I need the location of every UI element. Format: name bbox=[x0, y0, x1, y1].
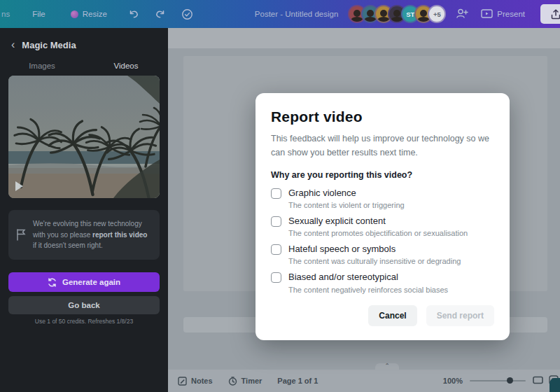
help-button[interactable] bbox=[550, 378, 560, 392]
back-chevron-icon[interactable]: ‹ bbox=[11, 39, 15, 50]
notes-label: Notes bbox=[191, 377, 213, 385]
undo-icon[interactable] bbox=[128, 8, 139, 20]
context-toolbar bbox=[168, 28, 560, 49]
file-menu[interactable]: File bbox=[32, 10, 46, 18]
play-icon[interactable] bbox=[15, 181, 23, 191]
avatar-overflow-badge[interactable]: +5 bbox=[428, 5, 446, 23]
option-label[interactable]: Biased and/or stereotypical bbox=[288, 272, 448, 283]
timer-button[interactable]: Timer bbox=[228, 377, 262, 386]
notes-button[interactable]: Notes bbox=[178, 377, 213, 386]
option-sublabel: The content negatively reinforces social… bbox=[288, 286, 448, 294]
option-sublabel: The content promotes objectification or … bbox=[288, 229, 468, 237]
sync-status-icon bbox=[181, 8, 193, 20]
report-reason-question: Why are you reporting this video? bbox=[271, 170, 494, 180]
export-icon bbox=[551, 9, 560, 20]
top-menu-bar: ns File Resize Poster - Untitled design bbox=[0, 0, 560, 28]
go-back-label: Go back bbox=[68, 301, 99, 309]
technology-notice: We're evolving this new technology with … bbox=[8, 210, 160, 260]
option-biased-stereotypical: Biased and/or stereotypical The content … bbox=[271, 272, 494, 293]
go-back-button[interactable]: Go back bbox=[8, 296, 160, 314]
resize-label: Resize bbox=[83, 10, 107, 18]
credits-note: Use 1 of 50 credits. Refreshes 1/8/23 bbox=[0, 318, 168, 325]
dialog-description: This feedback will help us improve our t… bbox=[271, 132, 494, 160]
dialog-title: Report video bbox=[271, 108, 494, 125]
share-button[interactable] bbox=[540, 4, 560, 24]
notice-text: We're evolving this new technology with … bbox=[33, 218, 151, 251]
present-label: Present bbox=[497, 10, 525, 18]
add-collaborator-icon[interactable] bbox=[456, 8, 468, 20]
zoom-slider-thumb[interactable] bbox=[507, 377, 513, 384]
topbar-left-fragment: ns bbox=[1, 10, 10, 18]
present-button[interactable]: Present bbox=[481, 9, 525, 19]
notes-icon bbox=[178, 377, 187, 386]
generate-again-button[interactable]: Generate again bbox=[8, 272, 160, 292]
option-graphic-violence: Graphic violence The content is violent … bbox=[271, 188, 494, 209]
checkbox-biased-stereotypical[interactable] bbox=[271, 272, 281, 283]
flag-icon bbox=[15, 228, 27, 241]
present-icon bbox=[481, 9, 493, 19]
regenerate-icon bbox=[48, 278, 57, 287]
zoom-slider[interactable] bbox=[470, 380, 526, 382]
report-options-list: Graphic violence The content is violent … bbox=[271, 188, 494, 294]
option-label[interactable]: Sexually explicit content bbox=[288, 216, 468, 227]
cancel-button[interactable]: Cancel bbox=[368, 305, 416, 326]
checkbox-graphic-violence[interactable] bbox=[271, 188, 281, 199]
expand-panel-tab[interactable]: ⌃ bbox=[375, 363, 399, 370]
option-label[interactable]: Hateful speech or symbols bbox=[288, 244, 461, 255]
panel-title: Magic Media bbox=[22, 40, 76, 50]
report-video-dialog: Report video This feedback will help us … bbox=[255, 93, 510, 340]
option-sublabel: The content is violent or triggering bbox=[288, 201, 405, 209]
checkbox-hateful-speech[interactable] bbox=[271, 244, 281, 255]
pro-crown-icon bbox=[71, 10, 78, 18]
option-hateful-speech: Hateful speech or symbols The content wa… bbox=[271, 244, 494, 265]
timer-label: Timer bbox=[241, 377, 262, 385]
resize-menu[interactable]: Resize bbox=[71, 10, 107, 18]
send-report-button[interactable]: Send report bbox=[426, 305, 494, 326]
checkbox-sexually-explicit[interactable] bbox=[271, 216, 281, 227]
palm-beach-video-preview bbox=[8, 76, 160, 198]
chevron-up-icon: ⌃ bbox=[375, 363, 399, 368]
timer-icon bbox=[228, 377, 237, 386]
magic-media-panel: ‹ Magic Media Images Videos bbox=[0, 28, 168, 392]
redo-icon[interactable] bbox=[155, 8, 166, 20]
option-label[interactable]: Graphic violence bbox=[288, 188, 405, 199]
zoom-level: 100% bbox=[443, 377, 463, 385]
option-sexually-explicit: Sexually explicit content The content pr… bbox=[271, 216, 494, 237]
fullscreen-icon[interactable] bbox=[533, 376, 543, 386]
generate-again-label: Generate again bbox=[62, 278, 120, 286]
bottom-status-bar: ⌃ Notes Timer Page 1 of 1 100% bbox=[168, 370, 560, 392]
option-sublabel: The content was culturally insensitive o… bbox=[288, 257, 461, 265]
page-indicator: Page 1 of 1 bbox=[277, 377, 318, 385]
generated-video-thumbnail[interactable] bbox=[8, 76, 160, 198]
collaborator-avatars: ST +5 bbox=[348, 5, 446, 23]
document-title[interactable]: Poster - Untitled design bbox=[255, 10, 339, 18]
